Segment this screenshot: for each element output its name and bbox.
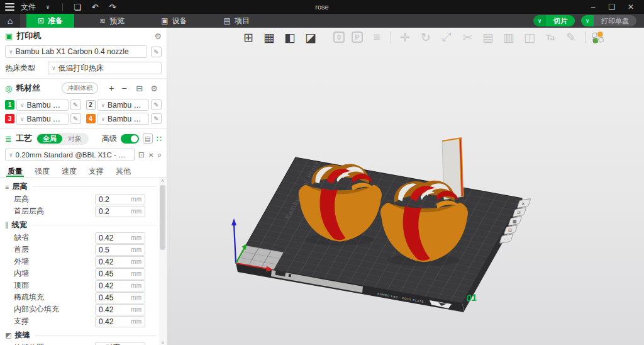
plate-number-label[interactable]: 01 bbox=[466, 291, 477, 303]
tab-strength[interactable]: 强度 bbox=[33, 165, 51, 177]
filament-select-4[interactable]: ∨ Bambu PLA Basic bbox=[97, 113, 150, 125]
param-label: 内墙 bbox=[14, 268, 29, 279]
flush-volume-button[interactable]: 冲刷体积 bbox=[62, 82, 98, 94]
param-input[interactable]: 0.42 mm bbox=[95, 280, 145, 291]
printer-select[interactable]: ∨ Bambu Lab X1 Carbon 0.4 nozzle bbox=[5, 45, 147, 58]
close-button[interactable]: ✕ bbox=[624, 3, 638, 11]
scrollbar-thumb[interactable] bbox=[160, 185, 165, 250]
edit-filament-icon[interactable]: ✎ bbox=[151, 113, 162, 124]
tab-speed[interactable]: 速度 bbox=[60, 165, 78, 177]
redo-icon[interactable]: ↷ bbox=[107, 3, 118, 12]
slice-dropdown-icon[interactable]: ∨ bbox=[533, 15, 546, 26]
param-input[interactable]: 0.42 mm bbox=[95, 232, 145, 244]
filament-name: Bambu PLA Basic bbox=[27, 101, 65, 110]
param-input[interactable]: 0.2 mm bbox=[95, 194, 145, 205]
filament-color-chip[interactable]: 1 bbox=[5, 100, 14, 110]
auto-orient-icon[interactable]: ◪ bbox=[304, 30, 318, 45]
param-input[interactable]: 0.42 mm bbox=[95, 316, 145, 327]
menu-icon[interactable] bbox=[5, 3, 14, 11]
parameter-list-icon[interactable]: ▤ bbox=[143, 133, 153, 144]
filament-name: Bambu PLA Basic bbox=[27, 115, 65, 123]
filament-slot-4: 4 ∨ Bambu PLA Basic ✎ bbox=[86, 113, 162, 125]
plate-settings-icon[interactable]: ▦ bbox=[513, 219, 517, 223]
restore-button[interactable]: ❑ bbox=[605, 3, 619, 11]
param-input[interactable]: 0.2 mm bbox=[95, 206, 145, 217]
filament-color-chip[interactable]: 4 bbox=[86, 114, 96, 123]
filament-color-chip[interactable]: 2 bbox=[86, 100, 96, 110]
print-dropdown-icon[interactable]: ∨ bbox=[581, 15, 594, 26]
filament-settings-gear-icon[interactable]: ⚙ bbox=[150, 84, 158, 93]
auto-arrange-icon[interactable]: ◧ bbox=[283, 30, 297, 45]
reset-preset-icon[interactable]: ✕ bbox=[148, 152, 153, 159]
edit-filament-icon[interactable]: ✎ bbox=[70, 113, 81, 124]
compare-presets-icon[interactable]: ∷ bbox=[157, 134, 162, 144]
filament-select-1[interactable]: ∨ Bambu PLA Basic bbox=[16, 99, 69, 111]
split-to-parts-icon: ▥ bbox=[502, 30, 516, 45]
section-title: 层高 bbox=[12, 181, 27, 192]
arrange-plate-icon[interactable]: ⇄ bbox=[517, 210, 521, 215]
chevron-down-icon: ∨ bbox=[101, 102, 106, 108]
ams-sync-icon[interactable]: ⊟ bbox=[136, 84, 143, 93]
undo-icon[interactable]: ↶ bbox=[89, 3, 101, 12]
minimize-button[interactable]: – bbox=[586, 3, 600, 11]
tab-device[interactable]: ▣ 设备 bbox=[150, 14, 198, 28]
scroll-up-icon[interactable]: ˄ bbox=[159, 178, 166, 184]
slice-button[interactable]: ∨ 切片 bbox=[533, 15, 575, 26]
param-input[interactable]: 0.42 mm bbox=[95, 304, 145, 315]
printer-settings-gear-icon[interactable]: ⚙ bbox=[154, 31, 162, 41]
add-filament-button[interactable]: + bbox=[107, 83, 116, 93]
advanced-toggle[interactable] bbox=[121, 134, 139, 144]
chevron-down-icon[interactable]: ∨ bbox=[42, 4, 53, 10]
add-plate-icon[interactable]: ▦ bbox=[262, 30, 276, 45]
edit-filament-icon[interactable]: ✎ bbox=[151, 99, 162, 110]
tab-project[interactable]: ▤ 项目 bbox=[212, 14, 260, 28]
param-value: 0.42 bbox=[99, 317, 113, 326]
tab-others[interactable]: 其他 bbox=[114, 165, 132, 177]
tab-prepare[interactable]: ⊡ 准备 bbox=[26, 14, 74, 28]
search-icon[interactable]: ⌕ bbox=[157, 150, 162, 159]
tab-support[interactable]: 支撑 bbox=[87, 165, 105, 177]
tab-preview[interactable]: ≋ 预览 bbox=[88, 14, 136, 28]
plate-name-icon[interactable]: ⋯ bbox=[504, 237, 508, 241]
split-to-objects-icon: ▤ bbox=[481, 30, 495, 45]
divider bbox=[0, 78, 167, 79]
print-plate-button[interactable]: ∨ 打印单盘 bbox=[581, 15, 636, 26]
param-input[interactable]: 0.42 mm bbox=[95, 256, 145, 268]
filament-select-3[interactable]: ∨ Bambu PLA Basic bbox=[16, 113, 69, 125]
add-object-icon[interactable]: ⊞ bbox=[242, 30, 255, 45]
tab-quality[interactable]: 质量 bbox=[6, 165, 24, 177]
seam-position-select[interactable]: ∨ 对齐 bbox=[95, 342, 145, 345]
param-label: 支撑 bbox=[14, 316, 29, 327]
filament-color-chip[interactable]: 3 bbox=[5, 114, 14, 123]
file-menu[interactable]: 文件 bbox=[21, 2, 36, 13]
param-value: 0.2 bbox=[99, 207, 109, 216]
home-button[interactable]: ⌂ bbox=[0, 14, 20, 28]
bed-type-select[interactable]: ∨ 低温打印热床 bbox=[48, 62, 162, 74]
param-row: 首层 0.5 mm bbox=[0, 244, 167, 256]
chevron-down-icon: ∨ bbox=[101, 116, 106, 122]
cut-icon: ✂ bbox=[460, 30, 474, 45]
process-preset-select[interactable]: ∨ 0.20mm Standard @BBL X1C - 拷贝 bbox=[5, 149, 135, 161]
chevron-down-icon: ∨ bbox=[20, 102, 25, 108]
param-unit: mm bbox=[131, 234, 142, 241]
remove-filament-button[interactable]: − bbox=[119, 83, 128, 93]
edit-filament-icon[interactable]: ✎ bbox=[70, 99, 81, 110]
scrollbar[interactable]: ˄ ˅ bbox=[159, 178, 166, 345]
new-project-icon[interactable]: ❏ bbox=[72, 3, 83, 12]
slice-label: 切片 bbox=[546, 15, 575, 26]
delete-plate-icon[interactable]: ✕ bbox=[521, 201, 525, 206]
param-input[interactable]: 0.5 mm bbox=[95, 244, 145, 256]
param-input[interactable]: 0.45 mm bbox=[95, 268, 145, 280]
filament-select-2[interactable]: ∨ Bambu PLA Basic bbox=[97, 99, 150, 111]
scope-objects[interactable]: 对象 bbox=[62, 134, 87, 144]
edit-printer-icon[interactable]: ✎ bbox=[151, 47, 162, 57]
viewport-3d[interactable]: ⊞ ▦ ◧ ◪ 0 P ≡ ✛ ↻ ⤢ ✂ ▤ ▥ ◫ Ta ✎ bbox=[167, 28, 644, 345]
lock-plate-icon[interactable]: ⊟ bbox=[508, 228, 512, 232]
scope-global[interactable]: 全局 bbox=[37, 134, 62, 144]
scroll-down-icon[interactable]: ˅ bbox=[159, 340, 166, 345]
color-assemble-puzzle-icon[interactable] bbox=[592, 31, 604, 43]
layer-height-section-icon: ≡ bbox=[5, 183, 9, 191]
param-input[interactable]: 0.45 mm bbox=[95, 292, 145, 303]
save-preset-icon[interactable]: ⊡ bbox=[138, 150, 145, 159]
tab-preview-label: 预览 bbox=[109, 16, 125, 26]
